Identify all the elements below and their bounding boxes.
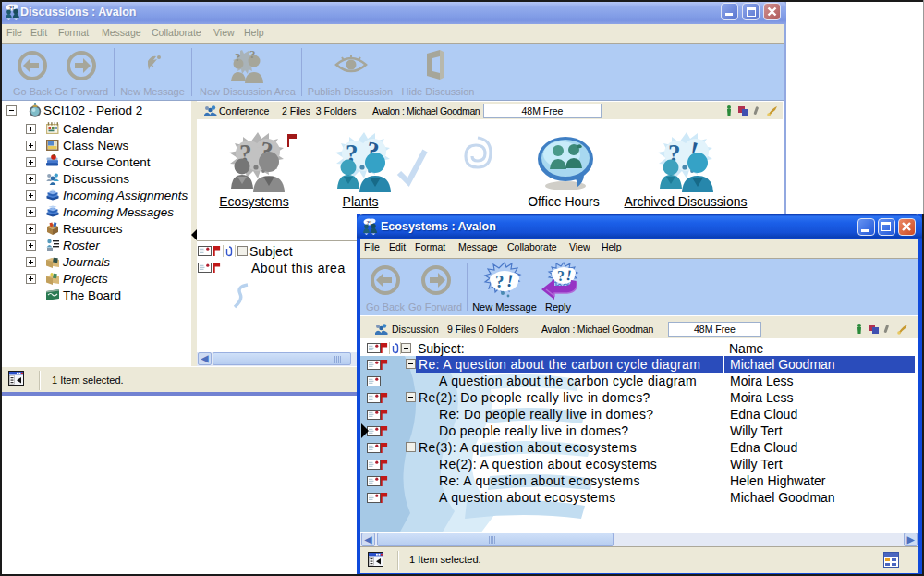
svg-text:?: ? [235, 50, 241, 64]
svg-text:?: ? [495, 272, 505, 291]
svg-text:?: ? [249, 48, 256, 61]
svg-text:?: ? [557, 268, 565, 284]
